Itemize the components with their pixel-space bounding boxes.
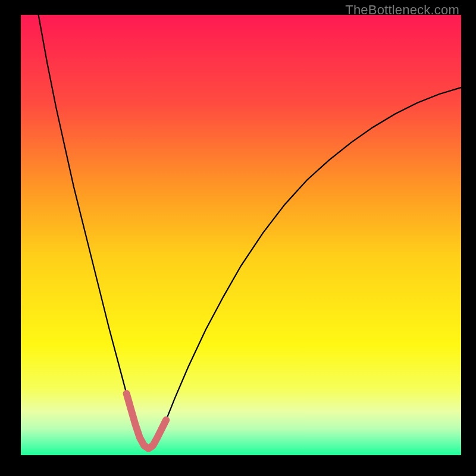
- chart-curves: [21, 15, 461, 455]
- valley-highlight: [127, 393, 167, 449]
- chart-frame: TheBottleneck.com: [0, 0, 476, 476]
- plot-area: [21, 15, 461, 455]
- bottleneck-curve: [39, 15, 461, 449]
- watermark-label: TheBottleneck.com: [345, 2, 459, 18]
